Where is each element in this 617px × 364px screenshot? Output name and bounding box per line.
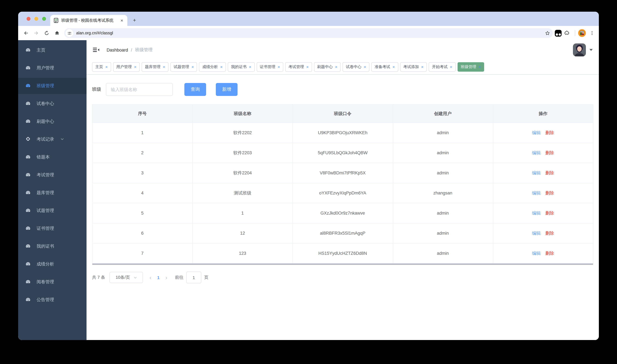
table-horizontal-scrollbar[interactable] bbox=[92, 263, 593, 265]
tag-11[interactable]: 考试添加× bbox=[400, 62, 427, 72]
delete-link[interactable]: 删除 bbox=[545, 251, 554, 256]
site-settings-icon[interactable] bbox=[65, 29, 73, 37]
tag-1[interactable]: 用户管理× bbox=[113, 62, 140, 72]
tag-close-icon[interactable]: × bbox=[192, 65, 194, 69]
browser-tab[interactable]: 100 班级管理 - 校园在线考试系统 × bbox=[50, 15, 127, 26]
edit-link[interactable]: 编辑 bbox=[532, 150, 541, 155]
tag-close-icon[interactable]: × bbox=[278, 65, 280, 69]
tag-close-icon[interactable]: × bbox=[421, 65, 424, 69]
edit-link[interactable]: 编辑 bbox=[532, 190, 541, 195]
tab-title: 班级管理 - 校园在线考试系统 bbox=[61, 18, 117, 23]
sidebar-item-6[interactable]: 错题本 bbox=[18, 149, 87, 165]
tag-label: 班级管理 bbox=[461, 64, 476, 70]
minimize-window-button[interactable] bbox=[34, 17, 38, 21]
tag-close-icon[interactable]: × bbox=[220, 65, 223, 69]
sidebar-item-10[interactable]: 证书管理 bbox=[18, 221, 87, 237]
query-button[interactable]: 查询 bbox=[184, 83, 206, 96]
class-field-label: 班级 bbox=[92, 87, 101, 92]
edit-link[interactable]: 编辑 bbox=[532, 170, 541, 175]
sidebar-item-3[interactable]: 试卷中心 bbox=[18, 96, 87, 112]
tag-13[interactable]: 班级管理× bbox=[457, 62, 484, 72]
profile-rubik-avatar[interactable] bbox=[578, 29, 586, 37]
back-button[interactable] bbox=[21, 28, 31, 38]
tag-0[interactable]: 主页× bbox=[92, 62, 111, 72]
browser-menu-kebab-icon[interactable] bbox=[588, 29, 596, 37]
prev-page-button[interactable]: ‹ bbox=[148, 275, 153, 280]
table-row: 1软件2202U9KP3BIPGOjuXRWKEhadmin编辑删除 bbox=[92, 123, 593, 143]
edit-link[interactable]: 编辑 bbox=[532, 130, 541, 135]
sidebar-item-7[interactable]: 考试管理 bbox=[18, 167, 87, 183]
sidebar-item-9[interactable]: 试题管理 bbox=[18, 203, 87, 219]
sidebar-item-5[interactable]: 考试记录 bbox=[18, 131, 87, 147]
edit-link[interactable]: 编辑 bbox=[532, 231, 541, 235]
tag-3[interactable]: 试题管理× bbox=[170, 62, 197, 72]
tag-12[interactable]: 开始考试× bbox=[429, 62, 455, 72]
sidebar-item-0[interactable]: 主页 bbox=[18, 42, 87, 58]
table-header-cell: 创建用户 bbox=[393, 105, 493, 123]
tag-close-icon[interactable]: × bbox=[249, 65, 251, 69]
tag-2[interactable]: 题库管理× bbox=[141, 62, 168, 72]
delete-link[interactable]: 删除 bbox=[545, 130, 554, 135]
table-row: 4测试班级oYXFEzvyXIqPpDm6YAzhangsan编辑删除 bbox=[92, 183, 593, 203]
sidebar-item-8[interactable]: 题库管理 bbox=[18, 185, 87, 201]
forward-button[interactable] bbox=[31, 28, 41, 38]
breadcrumb-dashboard-link[interactable]: Dashboard bbox=[107, 48, 128, 52]
sidebar-item-11[interactable]: 我的证书 bbox=[18, 238, 87, 254]
tag-label: 试卷中心 bbox=[346, 64, 361, 70]
maximize-window-button[interactable] bbox=[42, 17, 46, 21]
bookmark-star-icon[interactable] bbox=[543, 29, 552, 37]
tag-close-icon[interactable]: × bbox=[134, 65, 136, 69]
goto-page-input[interactable] bbox=[186, 272, 201, 283]
sidebar: 主页用户管理班级管理试卷中心刷题中心考试记录错题本考试管理题库管理试题管理证书管… bbox=[18, 40, 87, 340]
tag-close-icon[interactable]: × bbox=[335, 65, 337, 69]
tag-close-icon[interactable]: × bbox=[364, 65, 366, 69]
tag-6[interactable]: 证书管理× bbox=[257, 62, 283, 72]
delete-link[interactable]: 删除 bbox=[545, 231, 554, 235]
tag-close-icon[interactable]: × bbox=[163, 65, 165, 69]
new-tab-button[interactable]: + bbox=[130, 16, 139, 25]
favicon-exam-icon: 100 bbox=[53, 18, 59, 23]
sidebar-item-2[interactable]: 班级管理 bbox=[18, 78, 87, 94]
sidebar-item-13[interactable]: 阅卷管理 bbox=[18, 274, 87, 290]
tag-4[interactable]: 成绩分析× bbox=[199, 62, 226, 72]
tag-close-icon[interactable]: × bbox=[306, 65, 309, 69]
tag-close-icon[interactable]: × bbox=[478, 65, 481, 69]
tag-9[interactable]: 试卷中心× bbox=[343, 62, 369, 72]
tag-5[interactable]: 我的证书× bbox=[228, 62, 255, 72]
delete-link[interactable]: 删除 bbox=[545, 150, 554, 155]
tag-close-icon[interactable]: × bbox=[450, 65, 452, 69]
cell-seq: 3 bbox=[92, 163, 193, 183]
dark-extension-icon[interactable] bbox=[555, 30, 562, 37]
cell-name: 软件2204 bbox=[193, 163, 293, 183]
edit-link[interactable]: 编辑 bbox=[532, 210, 541, 215]
sidebar-item-12[interactable]: 成绩分析 bbox=[18, 256, 87, 272]
user-profile[interactable] bbox=[573, 43, 593, 56]
tag-close-icon[interactable]: × bbox=[392, 65, 395, 69]
reload-button[interactable] bbox=[41, 28, 52, 38]
next-page-button[interactable]: › bbox=[164, 275, 168, 280]
edit-link[interactable]: 编辑 bbox=[532, 251, 541, 256]
address-bar[interactable]: alan.org.cn/#/classgl bbox=[64, 28, 553, 38]
sidebar-toggle-hamburger-icon[interactable] bbox=[93, 47, 100, 53]
tag-8[interactable]: 刷题中心× bbox=[314, 62, 341, 72]
sidebar-item-4[interactable]: 刷题中心 bbox=[18, 114, 87, 130]
class-name-input[interactable] bbox=[106, 83, 173, 96]
close-window-button[interactable] bbox=[26, 17, 30, 21]
add-button[interactable]: 新增 bbox=[216, 83, 238, 96]
home-button[interactable] bbox=[52, 28, 62, 38]
tag-7[interactable]: 考试管理× bbox=[285, 62, 312, 72]
user-avatar[interactable] bbox=[573, 43, 586, 56]
page-size-select[interactable]: 10条/页 bbox=[110, 272, 143, 283]
sidebar-item-14[interactable]: 公告管理 bbox=[18, 292, 87, 308]
delete-link[interactable]: 删除 bbox=[545, 210, 554, 215]
current-page-button[interactable]: 1 bbox=[157, 275, 159, 280]
tab-close-icon[interactable]: × bbox=[120, 18, 124, 23]
tag-10[interactable]: 准备考试× bbox=[371, 62, 398, 72]
extensions-puzzle-icon[interactable] bbox=[562, 28, 572, 38]
tag-close-icon[interactable]: × bbox=[105, 65, 108, 69]
cell-name: 1 bbox=[193, 203, 293, 223]
dashboard-gauge-icon bbox=[26, 65, 30, 71]
delete-link[interactable]: 删除 bbox=[545, 170, 554, 175]
sidebar-item-1[interactable]: 用户管理 bbox=[18, 60, 87, 76]
delete-link[interactable]: 删除 bbox=[545, 190, 554, 195]
